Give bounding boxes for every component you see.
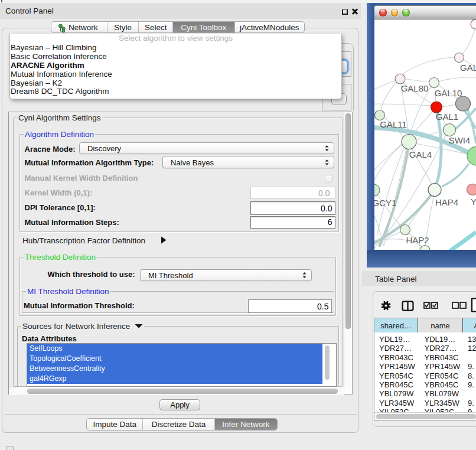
network-node-HAP2[interactable]: [400, 225, 410, 235]
network-edge-highlighted[interactable]: [442, 164, 469, 187]
attribute-item[interactable]: BetweennessCentrality: [27, 364, 322, 374]
mi-steps-field[interactable]: 6: [250, 216, 335, 229]
column-header-shared-name[interactable]: shared…: [374, 318, 418, 332]
apply-button[interactable]: Apply: [159, 399, 200, 410]
close-traffic-light[interactable]: [379, 9, 387, 17]
algorithm-dropdown-prompt[interactable]: Select algorithm to view settings: [10, 34, 341, 42]
new-file-icon[interactable]: [471, 298, 476, 312]
expand-triangle-icon[interactable]: [161, 236, 167, 244]
tab-discretize-data-label: Discretize Data: [152, 420, 206, 429]
tab-cyni-toolbox[interactable]: Cyni Toolbox: [173, 22, 235, 32]
network-node-SWI4[interactable]: [444, 124, 456, 136]
settings-gear-icon[interactable]: [381, 301, 391, 311]
network-edge[interactable]: [442, 105, 456, 107]
column-header-name[interactable]: name: [418, 318, 463, 332]
close-icon[interactable]: [352, 8, 358, 15]
settings-horizontal-scrollbar-thumb[interactable]: [27, 389, 338, 394]
network-node-GAL10[interactable]: [429, 78, 439, 88]
float-window-icon[interactable]: [342, 9, 348, 15]
algorithm-option[interactable]: ARACNE Algorithm: [10, 61, 341, 70]
network-node-GAL11[interactable]: [375, 110, 385, 120]
tab-infer-network[interactable]: Infer Network: [215, 419, 277, 430]
tab-select[interactable]: Select: [139, 22, 173, 32]
algorithm-option[interactable]: Dream8 DC_TDC Algorithm: [10, 87, 341, 96]
table-cell: YBL079W: [374, 389, 418, 398]
table-row[interactable]: YBR045CYBR045C9.: [374, 380, 476, 389]
show-columns-icon[interactable]: [402, 301, 414, 311]
tab-style[interactable]: Style: [107, 22, 139, 32]
attribute-item[interactable]: TopologicalCoefficient: [27, 354, 322, 364]
table-horizontal-scrollbar-thumb[interactable]: [376, 414, 476, 419]
aracne-mode-combobox[interactable]: Discovery: [79, 142, 334, 154]
network-node-HAP4[interactable]: [428, 184, 441, 197]
mi-threshold-label: Mutual Information Threshold:: [24, 301, 135, 310]
network-node-label: Y: [471, 197, 476, 207]
network-node-big-green[interactable]: [467, 146, 476, 165]
network-canvas[interactable]: GALGAL80GAL10GAL1GAL11SWI4GAL4GCY1HAP4YH…: [374, 19, 476, 250]
algorithm-dropdown-items: Bayesian – Hill ClimbingBasic Correlatio…: [10, 44, 341, 96]
table-row[interactable]: YBR043CYBR043C: [374, 353, 476, 362]
table-cell: YPR145W: [374, 362, 418, 371]
table-cell: YPR145W: [418, 362, 463, 371]
select-all-columns-icon[interactable]: [423, 302, 438, 309]
tab-impute-data[interactable]: Impute Data: [87, 419, 143, 430]
network-edge[interactable]: [374, 144, 402, 170]
network-edge-highlighted[interactable]: [450, 232, 476, 250]
network-edge[interactable]: [406, 79, 429, 82]
hub-definition-label[interactable]: Hub/Transcription Factor Definition: [22, 236, 145, 245]
table-row[interactable]: YBL079WYBL079W: [374, 389, 476, 398]
network-edge[interactable]: [402, 57, 455, 74]
algorithm-option[interactable]: Bayesian – K2: [10, 79, 341, 88]
attribute-item[interactable]: SelfLoops: [27, 344, 322, 354]
which-threshold-combobox[interactable]: MI Threshold: [140, 269, 312, 282]
network-node-salmon-node[interactable]: [467, 184, 476, 195]
network-node-gal-right[interactable]: [455, 53, 464, 63]
network-window-frame: [367, 3, 374, 268]
network-node-gray-node[interactable]: [456, 96, 471, 111]
unselect-all-columns-icon[interactable]: [452, 302, 467, 309]
network-edge[interactable]: [374, 104, 431, 106]
algorithm-option[interactable]: Bayesian – Hill Climbing: [10, 44, 341, 53]
attribute-item[interactable]: gal4RGexp: [27, 374, 322, 384]
column-header-3[interactable]: A: [463, 318, 476, 332]
mi-type-combobox[interactable]: Naive Bayes: [162, 156, 334, 168]
network-edge[interactable]: [410, 87, 431, 135]
network-edge[interactable]: [463, 30, 475, 54]
table-row[interactable]: YDR27…YDR27…12: [374, 344, 476, 353]
tab-jactivemnodules[interactable]: jActiveMNodules: [235, 22, 304, 32]
table-cell: YBL079W: [418, 389, 463, 398]
kernel-width-label: Kernel Width (0,1):: [25, 188, 93, 197]
settings-vertical-scrollbar-thumb[interactable]: [345, 113, 351, 329]
algorithm-option[interactable]: Mutual Information Inference: [10, 70, 341, 79]
table-row[interactable]: YPR145WYPR145W9.: [374, 362, 476, 371]
network-node-top-cut[interactable]: [471, 19, 476, 29]
network-node-GAL80[interactable]: [395, 74, 405, 84]
tab-discretize-data[interactable]: Discretize Data: [143, 419, 214, 430]
mi-threshold-field[interactable]: 0.5: [248, 299, 332, 313]
tab-network[interactable]: Network: [51, 22, 107, 32]
network-window-frame[interactable]: [367, 250, 476, 268]
table-row[interactable]: YLR345WYLR345W9.: [374, 399, 476, 407]
table-row[interactable]: YDL19…YDL19…13: [374, 335, 476, 344]
network-node-GCY1[interactable]: [374, 184, 380, 196]
attributes-scrollbar-thumb[interactable]: [325, 345, 330, 380]
network-edge[interactable]: [439, 77, 476, 81]
tab-style-label: Style: [114, 23, 132, 32]
data-attributes-list[interactable]: SelfLoopsTopologicalCoefficientBetweenne…: [27, 343, 337, 387]
network-node-GAL4[interactable]: [402, 135, 416, 149]
minimize-traffic-light[interactable]: [391, 9, 399, 17]
kernel-width-field[interactable]: 0.0: [250, 187, 335, 199]
collapse-triangle-icon[interactable]: [135, 324, 143, 328]
table-cell: YER054C: [418, 371, 463, 380]
algorithm-option[interactable]: Basic Correlation Inference: [10, 53, 341, 61]
group-sources-title: Sources for Network Inference: [21, 322, 144, 331]
manual-kernel-checkbox[interactable]: [325, 175, 332, 182]
zoom-traffic-light[interactable]: [402, 9, 410, 17]
table-row[interactable]: YER054CYER054C8.: [374, 371, 476, 380]
hub-definition-text: Hub/Transcription Factor Definition: [22, 236, 145, 245]
network-edge[interactable]: [381, 82, 396, 110]
dpi-tolerance-field[interactable]: 0.0: [250, 201, 335, 215]
network-window-titlebar[interactable]: [374, 5, 476, 19]
aracne-mode-value: Discovery: [87, 144, 121, 153]
table-cell: YBR045C: [374, 380, 418, 389]
